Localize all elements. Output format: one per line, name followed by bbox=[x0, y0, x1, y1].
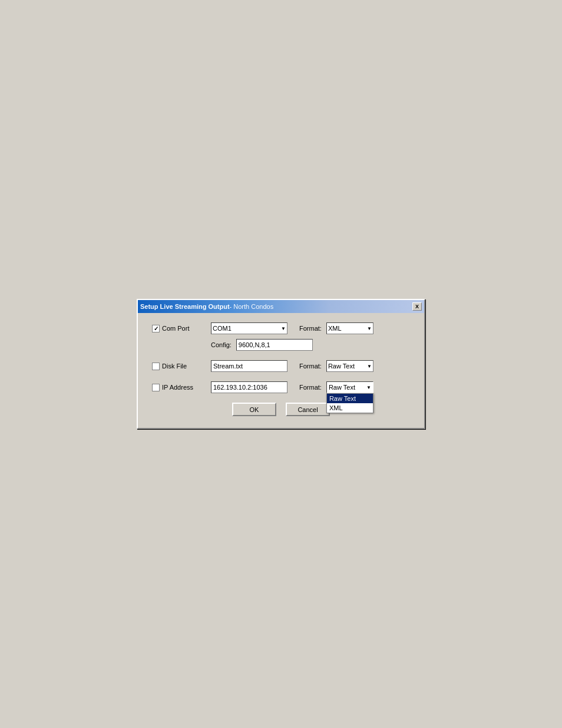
comport-select[interactable]: COM1 bbox=[211, 322, 287, 334]
diskfile-label: Disk File bbox=[152, 363, 211, 370]
ipaddress-row: IP Address Format: Raw Text ▼ Raw Text X… bbox=[152, 381, 410, 393]
comport-format-label: Format: bbox=[299, 325, 322, 332]
ipaddress-checkbox[interactable] bbox=[152, 384, 160, 391]
comport-row: Com Port COM1 Format: XML Raw Text bbox=[152, 322, 410, 334]
title-bar: Setup Live Streaming Output - North Cond… bbox=[138, 300, 424, 313]
diskfile-format-select[interactable]: Raw Text XML bbox=[326, 360, 373, 372]
title-left: Setup Live Streaming Output bbox=[140, 303, 230, 310]
config-input[interactable] bbox=[236, 339, 313, 351]
dropdown-arrow-icon: ▼ bbox=[366, 385, 371, 390]
dropdown-item-xml[interactable]: XML bbox=[327, 403, 373, 413]
comport-label: Com Port bbox=[152, 325, 211, 332]
diskfile-label-text: Disk File bbox=[162, 363, 187, 370]
diskfile-format-wrapper: Raw Text XML bbox=[326, 360, 373, 372]
dialog-content: Com Port COM1 Format: XML Raw Text Confi… bbox=[138, 313, 424, 428]
ipaddress-format-select[interactable]: Raw Text ▼ bbox=[326, 381, 373, 393]
diskfile-input[interactable] bbox=[211, 360, 287, 372]
diskfile-row: Disk File Format: Raw Text XML bbox=[152, 360, 410, 372]
dropdown-item-rawtext[interactable]: Raw Text bbox=[327, 394, 373, 403]
ipaddress-label: IP Address bbox=[152, 384, 211, 391]
title-bar-controls: X bbox=[412, 302, 422, 311]
ipaddress-format-value: Raw Text bbox=[329, 384, 355, 391]
comport-select-wrapper: COM1 bbox=[211, 322, 287, 334]
cancel-button[interactable]: Cancel bbox=[286, 403, 330, 416]
ipaddress-input[interactable] bbox=[211, 381, 287, 393]
comport-format-wrapper: XML Raw Text bbox=[326, 322, 373, 334]
config-label: Config: bbox=[211, 341, 232, 348]
comport-label-text: Com Port bbox=[162, 325, 189, 332]
ipaddress-format-label: Format: bbox=[299, 384, 322, 391]
diskfile-format-label: Format: bbox=[299, 363, 322, 370]
dialog-window: Setup Live Streaming Output - North Cond… bbox=[137, 299, 425, 429]
diskfile-checkbox[interactable] bbox=[152, 363, 160, 370]
title-text: Setup Live Streaming Output - North Cond… bbox=[140, 303, 273, 310]
ipaddress-format-wrapper: Raw Text ▼ Raw Text XML bbox=[326, 381, 373, 393]
ipaddress-label-text: IP Address bbox=[162, 384, 193, 391]
title-right: - North Condos bbox=[230, 303, 274, 310]
config-row: Config: bbox=[152, 339, 410, 351]
comport-format-select[interactable]: XML Raw Text bbox=[326, 322, 373, 334]
ok-button[interactable]: OK bbox=[232, 403, 276, 416]
ipaddress-format-dropdown: Raw Text XML bbox=[326, 393, 373, 413]
close-button[interactable]: X bbox=[412, 302, 422, 311]
comport-checkbox[interactable] bbox=[152, 325, 160, 332]
